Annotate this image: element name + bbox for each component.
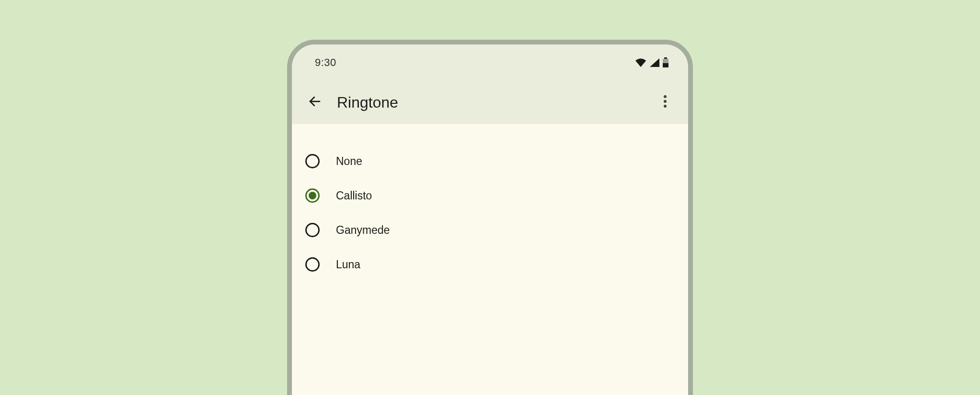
radio-checked-icon [305,188,320,203]
ringtone-option-ganymede[interactable]: Ganymede [292,213,688,247]
status-time: 9:30 [315,56,336,69]
svg-rect-2 [663,63,668,67]
radio-unchecked-icon [305,223,320,237]
status-icons [635,57,669,68]
app-bar: Ringtone [292,81,688,124]
battery-icon [662,57,669,68]
svg-point-4 [664,100,667,103]
svg-rect-0 [664,57,667,59]
device-frame: 9:30 [287,40,693,395]
svg-point-5 [664,105,667,108]
wifi-icon [635,58,647,67]
page-title: Ringtone [337,94,652,111]
ringtone-option-label: None [336,155,362,168]
arrow-back-icon [308,94,322,110]
ringtone-option-label: Luna [336,258,360,271]
stage: 9:30 [0,0,980,395]
ringtone-options-list: None Callisto Ganymede Luna [292,124,688,282]
svg-point-3 [664,95,667,98]
ringtone-option-label: Callisto [336,189,372,202]
radio-inner-dot [309,192,316,199]
more-vert-icon [663,94,667,110]
radio-unchecked-icon [305,257,320,272]
ringtone-option-none[interactable]: None [292,144,688,178]
status-bar: 9:30 [292,44,688,81]
ringtone-option-label: Ganymede [336,224,390,237]
overflow-menu-button[interactable] [652,89,679,116]
ringtone-option-luna[interactable]: Luna [292,247,688,282]
cellular-signal-icon [649,58,660,67]
radio-unchecked-icon [305,154,320,168]
ringtone-option-callisto[interactable]: Callisto [292,178,688,213]
back-button[interactable] [301,89,328,116]
